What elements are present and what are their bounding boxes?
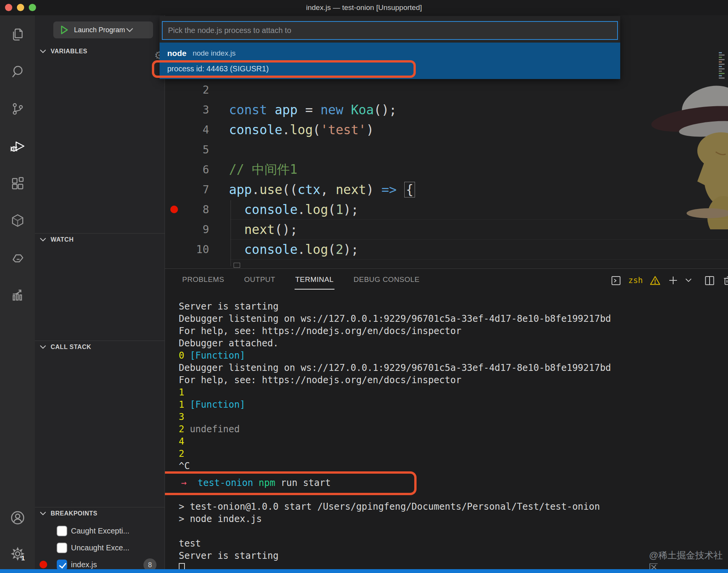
code-line: 8 console.log(1); [192, 199, 415, 219]
breakpoint-dot[interactable] [170, 206, 178, 213]
terminal-line: Debugger attached. [179, 337, 611, 349]
section-call-stack[interactable]: CALL STACK [35, 341, 165, 353]
annotation-box-process-id [152, 60, 416, 78]
warning-icon[interactable] [649, 274, 661, 286]
terminal-dropdown-icon[interactable] [685, 278, 692, 283]
tab-output[interactable]: OUTPUT [244, 270, 276, 289]
terminal-icon[interactable] [610, 274, 622, 286]
terminal-line: 2 undefined [179, 423, 611, 435]
line-number: 3 [192, 104, 209, 116]
settings-badge: 1 [17, 552, 29, 565]
minimap-line [719, 52, 722, 53]
code-line: 5 [192, 140, 415, 160]
terminal-line: 3 [179, 411, 611, 423]
breakpoint-dot [40, 561, 47, 568]
code-line: 3const app = new Koa(); [192, 100, 415, 120]
chevron-down-icon [126, 28, 133, 32]
section-watch-label: WATCH [51, 236, 74, 243]
account-icon[interactable] [0, 503, 35, 532]
breakpoint-label: Uncaught Exce... [71, 543, 129, 552]
close-button[interactable] [5, 4, 12, 11]
minimap-line [719, 54, 725, 56]
section-breakpoints[interactable]: BREAKPOINTS [35, 507, 165, 519]
terminal-line: → test-onion npm run start [181, 477, 414, 489]
breakpoint-checkbox[interactable] [57, 543, 67, 553]
section-variables[interactable]: VARIABLES [35, 45, 165, 58]
process-description: node index.js [193, 49, 236, 58]
code-line: 4console.log('test') [192, 120, 415, 140]
kill-terminal-icon[interactable] [722, 274, 728, 286]
terminal-line [179, 525, 611, 537]
terminal-line: For help, see: https://nodejs.org/en/doc… [179, 374, 611, 386]
terminal-line: 2 [179, 448, 611, 460]
line-number: 2 [192, 84, 209, 96]
line-number: 9 [192, 223, 209, 236]
line-divider [230, 259, 728, 260]
status-bar [0, 569, 728, 573]
minimize-button[interactable] [17, 4, 24, 11]
tab-debug-console[interactable]: DEBUG CONSOLE [353, 270, 420, 289]
chevron-down-icon [40, 345, 46, 349]
terminal-line: Debugger listening on ws://127.0.0.1:922… [179, 313, 611, 325]
search-icon[interactable] [0, 57, 35, 86]
breakpoint-checkbox[interactable] [57, 526, 67, 536]
chart-icon[interactable] [0, 280, 35, 310]
chevron-down-icon [40, 49, 46, 53]
window-title: index.js — test-onion [Unsupported] [306, 3, 422, 12]
tab-problems[interactable]: PROBLEMS [181, 270, 225, 289]
title-bar: index.js — test-onion [Unsupported] [0, 0, 728, 15]
line-number: 10 [192, 243, 209, 256]
terminal-line: ^C [179, 460, 611, 472]
launch-program-label: Launch Program [74, 26, 125, 34]
code-lines: 23const app = new Koa();4console.log('te… [192, 80, 415, 259]
launch-program-button[interactable]: Launch Program [53, 21, 153, 38]
terminal-line: 4 [179, 435, 611, 448]
activity-bar [0, 15, 35, 569]
breakpoint-item[interactable]: Uncaught Exce... [35, 539, 165, 556]
hand-icon[interactable] [0, 243, 35, 272]
line-number: 8 [192, 203, 209, 216]
terminal-output[interactable]: Server is startingDebugger listening on … [179, 300, 611, 569]
code-line: 9 next(); [192, 219, 415, 239]
split-terminal-icon[interactable] [703, 274, 716, 286]
settings-gear-icon[interactable] [0, 539, 35, 568]
process-label: node [167, 49, 186, 58]
line-number: 5 [192, 143, 209, 156]
new-terminal-icon[interactable] [667, 275, 679, 286]
code-line: 10 console.log(2); [192, 239, 415, 259]
run-debug-icon[interactable] [0, 132, 35, 161]
line-number: 7 [192, 183, 209, 196]
code-line: 2 [192, 80, 415, 100]
decorative-character-image [648, 61, 728, 229]
bracket-match-box [234, 263, 240, 268]
chevron-down-icon [40, 512, 46, 515]
breakpoint-checkbox[interactable] [57, 560, 67, 570]
chevron-down-icon [40, 238, 46, 242]
terminal-line [179, 562, 611, 569]
minimap-line [719, 59, 725, 60]
breakpoints-list: Caught Excepti...Uncaught Exce...index.j… [35, 522, 165, 573]
quick-pick-input[interactable] [162, 21, 618, 40]
shell-label[interactable]: zsh [628, 276, 643, 285]
section-call-stack-label: CALL STACK [51, 344, 91, 351]
terminal-line: 0 [Function] [179, 349, 611, 362]
section-watch[interactable]: WATCH [35, 233, 165, 245]
terminal-line: Server is starting [179, 550, 611, 562]
code-line: 6// 中间件1 [192, 160, 415, 179]
line-number: 4 [192, 123, 209, 136]
terminal-line: Server is starting [179, 300, 611, 313]
terminal-line: > test-onion@1.0.0 start /Users/gpingfen… [179, 501, 611, 513]
source-control-icon[interactable] [0, 94, 35, 123]
minimap-line [719, 57, 722, 58]
explorer-icon[interactable] [0, 20, 35, 49]
zoom-button[interactable] [29, 4, 36, 11]
terminal-line: test [179, 537, 611, 550]
breakpoint-label: index.js [71, 560, 97, 569]
extensions-icon[interactable] [0, 169, 35, 198]
code-line: 7app.use((ctx, next) => { [192, 179, 415, 199]
panel-tabs: PROBLEMS OUTPUT TERMINAL DEBUG CONSOLE [181, 269, 420, 290]
section-variables-label: VARIABLES [51, 48, 87, 55]
breakpoint-item[interactable]: Caught Excepti... [35, 522, 165, 539]
tab-terminal[interactable]: TERMINAL [295, 270, 334, 289]
package-icon[interactable] [0, 206, 35, 235]
